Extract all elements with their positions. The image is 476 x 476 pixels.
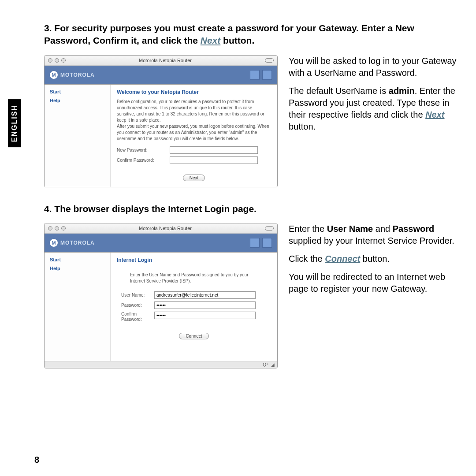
step3-heading: 3. For security purposes you must create… [44,22,458,47]
next-button[interactable]: Next [183,175,205,181]
sidebar-item-start[interactable]: Start [50,89,105,94]
language-tab: ENGLISH [8,99,21,147]
content-title: Internet Login [117,257,271,263]
step3-p2: The default UserName is admin. Enter the… [289,85,458,133]
traffic-light-icon [61,226,66,231]
banner-tile-icon [250,70,260,80]
resize-grip-icon: ◢ [271,362,275,367]
step3-description: You will be asked to log in to your Gate… [289,55,458,187]
window-titlebar: Motorola Netopia Router [45,56,277,66]
step4-p3: You will be redirected to an Internet we… [289,271,458,295]
motorola-logo-icon: M [50,71,58,79]
step4-heading: 4. The browser displays the Internet Log… [44,203,458,215]
content-title: Welcome to your Netopia Router [117,89,271,95]
step4-p2: Click the Connect button. [289,253,458,265]
confirm-password-input[interactable] [154,312,256,319]
confirm-password-label: Confirm Password: [117,158,165,163]
window-title: Motorola Netopia Router [68,226,263,231]
step3-row: Motorola Netopia Router M MOTOROLA Start… [44,55,458,187]
confirm-password-label: Confirm Password: [121,312,150,322]
new-password-input[interactable] [170,146,258,154]
brand-text: MOTOROLA [60,240,95,246]
new-password-label: New Password: [117,148,165,152]
page-number: 8 [34,455,39,465]
router-content: Welcome to your Netopia Router Before co… [111,85,277,187]
username-input[interactable] [154,291,256,299]
sidebar-item-help[interactable]: Help [50,98,105,103]
connect-link: Connect [325,254,360,264]
toolbar-pill-icon [265,226,274,231]
banner-tile-icon [262,70,272,80]
brand-banner: M MOTOROLA [45,66,277,85]
traffic-light-icon [48,226,52,231]
admin-bold: admin [389,86,415,96]
next-link: Next [425,110,444,119]
username-bold: User Name [327,224,373,234]
confirm-password-input[interactable] [170,156,258,164]
next-link-inline: Next [201,35,221,45]
connect-button[interactable]: Connect [179,333,208,339]
status-bar: Q⁺◢ [45,361,277,368]
step4-p1: Enter the User Name and Password supplie… [289,223,458,247]
page-content: 3. For security purposes you must create… [0,0,476,397]
password-bold: Password [393,224,434,234]
password-input[interactable] [154,301,256,309]
search-icon: Q⁺ [263,362,268,367]
banner-tile-icon [262,238,272,248]
router-content: Internet Login Enter the User Name and P… [111,253,277,361]
window-titlebar: Motorola Netopia Router [45,223,277,234]
traffic-light-icon [55,58,59,63]
screenshot-welcome: Motorola Netopia Router M MOTOROLA Start… [44,55,278,187]
content-blurb: Enter the User Name and Password assigne… [130,272,253,284]
traffic-light-icon [55,226,59,231]
banner-tile-icon [250,238,260,248]
password-label: Password: [121,303,150,308]
toolbar-pill-icon [265,58,274,63]
sidebar-item-help[interactable]: Help [50,266,105,271]
brand-text: MOTOROLA [60,72,95,78]
router-sidebar: Start Help [45,85,111,187]
step3-p1: You will be asked to log in to your Gate… [289,55,458,79]
step4-row: Motorola Netopia Router M MOTOROLA Start… [44,223,458,368]
sidebar-item-start[interactable]: Start [50,257,105,262]
traffic-light-icon [61,58,66,63]
traffic-light-icon [48,58,52,63]
motorola-logo-icon: M [50,239,58,247]
screenshot-login: Motorola Netopia Router M MOTOROLA Start… [44,223,278,368]
username-label: User Name: [121,293,150,298]
content-blurb: Before configuration, your router requir… [117,99,271,142]
brand-banner: M MOTOROLA [45,234,277,253]
router-sidebar: Start Help [45,253,111,361]
window-title: Motorola Netopia Router [68,58,263,63]
step3-heading-post: button. [220,35,254,45]
step4-description: Enter the User Name and Password supplie… [289,223,458,368]
